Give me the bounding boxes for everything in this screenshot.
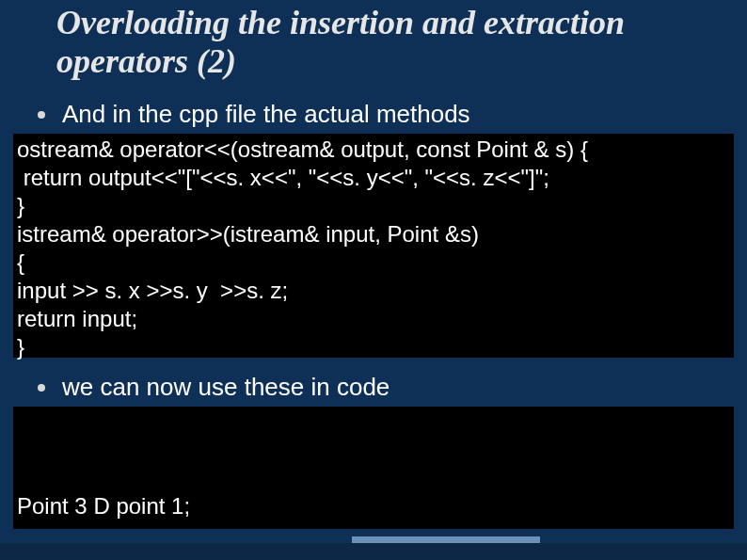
code-line: Point 3 D point 1; xyxy=(17,488,730,526)
bullet-dot-icon xyxy=(38,111,45,119)
code-block-2: Point 3 D point 1; cin >> point 1; cout … xyxy=(13,407,734,529)
bullet-dot-icon xyxy=(38,384,45,392)
bullet-1-text: And in the cpp file the actual methods xyxy=(62,100,470,129)
footer-bar xyxy=(0,543,747,560)
bullet-2: we can now use these in code xyxy=(38,373,389,402)
slide: Overloading the insertion and extraction… xyxy=(0,0,747,560)
bullet-2-text: we can now use these in code xyxy=(62,373,389,402)
bullet-1: And in the cpp file the actual methods xyxy=(38,100,470,129)
slide-title: Overloading the insertion and extraction… xyxy=(56,4,696,82)
code-block-1: ostream& operator<<(ostream& output, con… xyxy=(13,134,734,358)
